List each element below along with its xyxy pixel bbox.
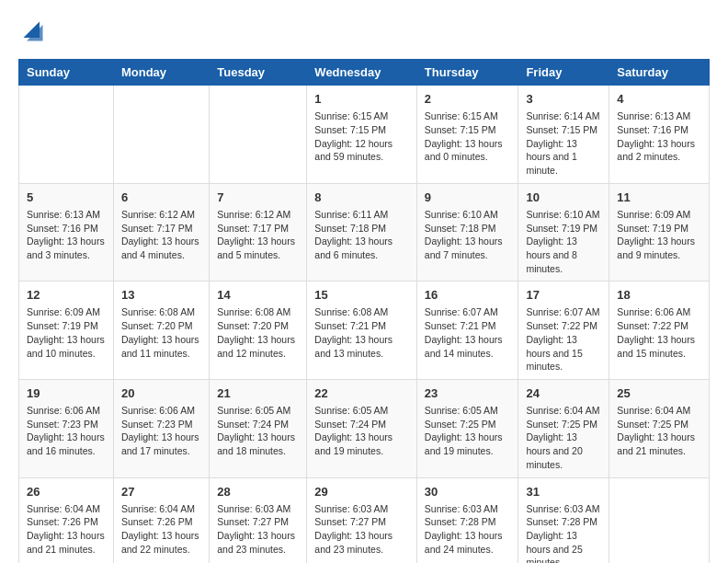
day-info: Sunset: 7:15 PM — [526, 123, 601, 137]
day-info: Sunset: 7:27 PM — [314, 515, 409, 529]
day-info: Sunrise: 6:06 AM — [121, 404, 201, 418]
week-row-5: 26Sunrise: 6:04 AMSunset: 7:26 PMDayligh… — [19, 477, 710, 563]
day-info: Daylight: 13 hours and 1 minute. — [526, 137, 601, 178]
day-info: Daylight: 13 hours and 16 minutes. — [27, 431, 106, 457]
day-cell: 15Sunrise: 6:08 AMSunset: 7:21 PMDayligh… — [307, 282, 417, 380]
day-info: Daylight: 13 hours and 23 minutes. — [314, 529, 409, 556]
day-cell: 2Sunrise: 6:15 AMSunset: 7:15 PMDaylight… — [416, 86, 518, 184]
day-number: 14 — [217, 287, 299, 304]
day-info: Daylight: 13 hours and 18 minutes. — [217, 431, 299, 457]
day-info: Sunrise: 6:06 AM — [617, 305, 701, 319]
day-info: Sunrise: 6:12 AM — [121, 208, 201, 222]
day-info: Daylight: 13 hours and 13 minutes. — [314, 333, 409, 360]
day-number: 2 — [425, 91, 511, 108]
day-info: Daylight: 13 hours and 4 minutes. — [121, 235, 201, 261]
day-cell: 26Sunrise: 6:04 AMSunset: 7:26 PMDayligh… — [19, 477, 114, 563]
column-header-tuesday: Tuesday — [210, 60, 307, 86]
day-number: 26 — [27, 484, 106, 500]
day-info: Daylight: 13 hours and 15 minutes. — [526, 333, 601, 373]
day-info: Sunrise: 6:15 AM — [314, 109, 409, 123]
day-info: Sunrise: 6:03 AM — [425, 502, 511, 516]
day-cell: 20Sunrise: 6:06 AMSunset: 7:23 PMDayligh… — [113, 379, 209, 477]
day-info: Sunset: 7:27 PM — [217, 515, 299, 529]
day-number: 13 — [121, 287, 201, 304]
week-row-2: 5Sunrise: 6:13 AMSunset: 7:16 PMDaylight… — [19, 183, 710, 282]
week-row-3: 12Sunrise: 6:09 AMSunset: 7:19 PMDayligh… — [19, 282, 710, 380]
day-number: 16 — [425, 287, 511, 304]
day-info: Sunrise: 6:09 AM — [617, 208, 701, 222]
day-number: 15 — [314, 287, 409, 304]
day-cell: 28Sunrise: 6:03 AMSunset: 7:27 PMDayligh… — [210, 477, 307, 563]
day-number: 5 — [27, 190, 106, 206]
day-cell — [609, 477, 710, 563]
day-info: Sunset: 7:16 PM — [617, 123, 701, 137]
week-row-4: 19Sunrise: 6:06 AMSunset: 7:23 PMDayligh… — [19, 379, 710, 477]
day-info: Daylight: 13 hours and 25 minutes. — [526, 529, 601, 563]
day-info: Daylight: 13 hours and 17 minutes. — [121, 431, 201, 457]
day-number: 11 — [617, 190, 701, 206]
day-cell: 22Sunrise: 6:05 AMSunset: 7:24 PMDayligh… — [307, 379, 417, 477]
day-number: 6 — [121, 190, 201, 206]
day-info: Daylight: 13 hours and 19 minutes. — [425, 431, 511, 457]
day-info: Daylight: 13 hours and 5 minutes. — [217, 235, 299, 261]
day-number: 10 — [526, 190, 601, 206]
day-info: Sunrise: 6:08 AM — [121, 305, 201, 319]
day-number: 17 — [526, 287, 601, 304]
day-cell: 4Sunrise: 6:13 AMSunset: 7:16 PMDaylight… — [609, 86, 710, 184]
day-info: Daylight: 13 hours and 21 minutes. — [617, 431, 701, 457]
day-info: Sunrise: 6:15 AM — [425, 109, 511, 123]
day-info: Sunset: 7:16 PM — [27, 222, 106, 236]
svg-marker-2 — [24, 22, 40, 39]
day-info: Sunset: 7:22 PM — [526, 319, 601, 333]
day-info: Sunset: 7:25 PM — [425, 418, 511, 431]
day-cell: 30Sunrise: 6:03 AMSunset: 7:28 PMDayligh… — [416, 477, 518, 563]
header-row: SundayMondayTuesdayWednesdayThursdayFrid… — [19, 60, 710, 86]
day-info: Sunrise: 6:13 AM — [27, 208, 106, 222]
day-info: Sunset: 7:20 PM — [121, 319, 201, 333]
day-number: 3 — [526, 91, 601, 108]
day-cell: 3Sunrise: 6:14 AMSunset: 7:15 PMDaylight… — [518, 86, 609, 184]
day-number: 4 — [617, 91, 701, 108]
day-info: Daylight: 12 hours and 59 minutes. — [314, 137, 409, 164]
day-info: Sunset: 7:18 PM — [314, 222, 409, 236]
day-info: Sunrise: 6:03 AM — [526, 502, 601, 516]
day-info: Sunset: 7:19 PM — [617, 222, 701, 236]
day-cell — [19, 86, 114, 184]
day-info: Sunset: 7:17 PM — [121, 222, 201, 236]
day-number: 22 — [314, 385, 409, 402]
day-number: 7 — [217, 190, 299, 206]
day-number: 23 — [425, 385, 511, 402]
day-info: Daylight: 13 hours and 22 minutes. — [121, 529, 201, 556]
day-info: Sunset: 7:26 PM — [27, 515, 106, 529]
day-info: Sunset: 7:17 PM — [217, 222, 299, 236]
day-info: Sunrise: 6:05 AM — [314, 404, 409, 418]
day-number: 24 — [526, 385, 601, 402]
calendar-table: SundayMondayTuesdayWednesdayThursdayFrid… — [18, 59, 710, 563]
day-info: Sunrise: 6:14 AM — [526, 109, 601, 123]
day-info: Sunset: 7:25 PM — [526, 418, 601, 431]
day-info: Sunrise: 6:04 AM — [121, 502, 201, 516]
day-info: Sunrise: 6:05 AM — [217, 404, 299, 418]
day-info: Sunset: 7:21 PM — [314, 319, 409, 333]
day-number: 27 — [121, 484, 201, 500]
day-info: Sunrise: 6:07 AM — [526, 305, 601, 319]
day-info: Daylight: 13 hours and 20 minutes. — [526, 431, 601, 471]
day-info: Sunset: 7:18 PM — [425, 222, 511, 236]
column-header-wednesday: Wednesday — [307, 60, 417, 86]
day-info: Sunset: 7:25 PM — [617, 418, 701, 431]
day-info: Daylight: 13 hours and 9 minutes. — [617, 235, 701, 261]
day-info: Daylight: 13 hours and 12 minutes. — [217, 333, 299, 360]
day-number: 21 — [217, 385, 299, 402]
day-number: 18 — [617, 287, 701, 304]
day-info: Sunrise: 6:10 AM — [526, 208, 601, 222]
day-cell: 10Sunrise: 6:10 AMSunset: 7:19 PMDayligh… — [518, 183, 609, 282]
day-cell: 11Sunrise: 6:09 AMSunset: 7:19 PMDayligh… — [609, 183, 710, 282]
day-cell: 14Sunrise: 6:08 AMSunset: 7:20 PMDayligh… — [210, 282, 307, 380]
day-info: Daylight: 13 hours and 2 minutes. — [617, 137, 701, 164]
day-info: Sunrise: 6:04 AM — [526, 404, 601, 418]
day-info: Daylight: 13 hours and 23 minutes. — [217, 529, 299, 556]
day-info: Sunrise: 6:05 AM — [425, 404, 511, 418]
column-header-monday: Monday — [113, 60, 209, 86]
day-cell: 17Sunrise: 6:07 AMSunset: 7:22 PMDayligh… — [518, 282, 609, 380]
day-info: Sunrise: 6:11 AM — [314, 208, 409, 222]
